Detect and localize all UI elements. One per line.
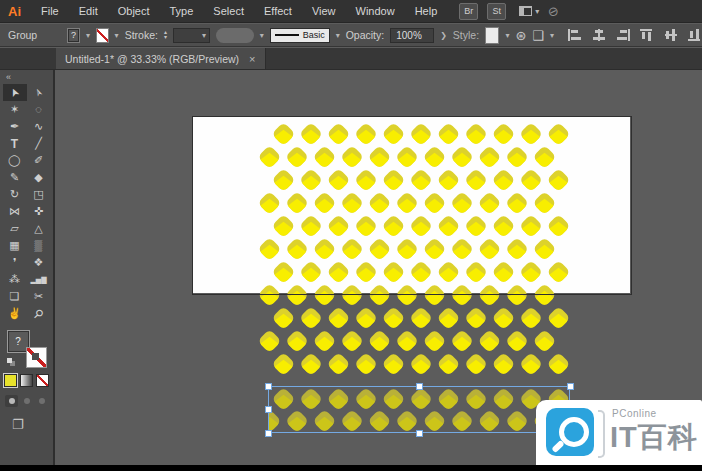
selection-bounding-box[interactable]	[268, 386, 570, 433]
slice-tool[interactable]: ✂	[27, 288, 51, 305]
draw-behind-button[interactable]	[20, 395, 33, 407]
menu-edit[interactable]: Edit	[69, 5, 108, 17]
hand-tool[interactable]: ✌	[3, 305, 27, 322]
selection-handle[interactable]	[416, 383, 423, 390]
width-profile-dropdown[interactable]	[216, 28, 254, 43]
scale-tool[interactable]: ◳	[27, 186, 51, 203]
menu-select[interactable]: Select	[203, 5, 254, 17]
horizontal-align-right-icon[interactable]	[616, 29, 630, 41]
watermark-card: PConline IT百科	[536, 400, 702, 465]
menu-bar: Ai FileEditObjectTypeSelectEffectViewWin…	[0, 0, 702, 23]
free-transform-tool-icon: ▱	[10, 223, 18, 234]
canvas[interactable]: PConline IT百科	[55, 70, 702, 471]
fill-color-swatch[interactable]: ?	[67, 28, 80, 43]
opacity-arrow-icon[interactable]: ❯	[440, 31, 447, 40]
lasso-tool[interactable]: ◌	[27, 101, 51, 118]
puppet-warp-tool[interactable]: ✜	[27, 203, 51, 220]
default-fill-stroke-icon[interactable]	[7, 358, 16, 366]
selection-handle[interactable]	[416, 430, 423, 437]
stroke-indicator[interactable]	[26, 347, 47, 368]
document-tab-bar: Untitled-1* @ 33.33% (RGB/Preview) ×	[0, 48, 702, 70]
menu-file[interactable]: File	[31, 5, 69, 17]
menu-help[interactable]: Help	[405, 5, 448, 17]
draw-normal-button[interactable]	[5, 395, 18, 407]
zoom-tool[interactable]: ⚲	[27, 305, 51, 322]
ellipse-tool-icon: ◯	[8, 155, 20, 166]
shape-builder-tool[interactable]: ▦	[3, 237, 27, 254]
eraser-tool[interactable]: ◆	[27, 169, 51, 186]
vertical-align-top-icon[interactable]	[640, 29, 654, 41]
close-icon[interactable]: ×	[249, 53, 255, 65]
globe-icon[interactable]: ⊛	[515, 28, 526, 43]
menu-effect[interactable]: Effect	[254, 5, 302, 17]
rotate-tool[interactable]: ↻	[3, 186, 27, 203]
touch-workspace-icon[interactable]: ⊘	[546, 2, 561, 20]
direct-selection-tool[interactable]: ➢	[27, 84, 51, 101]
line-segment-tool-icon: ╱	[35, 138, 42, 149]
chevron-down-icon[interactable]: ▾	[336, 31, 340, 40]
vertical-align-center-icon[interactable]	[664, 29, 678, 41]
workspace-switcher[interactable]: ▾	[519, 6, 539, 16]
selection-tool-icon: ➤	[8, 86, 22, 99]
horizontal-align-center-icon[interactable]	[592, 29, 606, 41]
perspective-grid-tool[interactable]: △	[27, 220, 51, 237]
control-bar: Group ? ▾ ▾ Stroke: ▴▾ ▾ ▾ Basic ▾ Opaci…	[0, 24, 702, 47]
curvature-tool[interactable]: ∿	[27, 118, 51, 135]
selection-handle[interactable]	[265, 406, 272, 413]
symbol-sprayer-tool[interactable]: ⁂	[3, 271, 27, 288]
blend-tool[interactable]: ❖	[27, 254, 51, 271]
stock-button[interactable]: St	[487, 3, 506, 20]
pencil-tool[interactable]: ✎	[3, 169, 27, 186]
artboard-tool[interactable]: ❏	[3, 288, 27, 305]
menu-window[interactable]: Window	[346, 5, 405, 17]
chevron-down-icon[interactable]: ▾	[260, 31, 264, 40]
bridge-button[interactable]: Br	[459, 3, 478, 20]
style-swatch[interactable]	[485, 27, 499, 44]
menu-type[interactable]: Type	[160, 5, 204, 17]
document-setup-icon[interactable]: ❑	[532, 28, 544, 43]
column-graph-tool[interactable]: ▂▅▇	[27, 271, 51, 288]
magic-wand-tool[interactable]: ✶	[3, 101, 27, 118]
free-transform-tool[interactable]: ▱	[3, 220, 27, 237]
selection-handle[interactable]	[265, 430, 272, 437]
type-tool-icon: T	[11, 138, 18, 150]
pen-tool[interactable]: ✒	[3, 118, 27, 135]
collapse-panel-icon[interactable]: «	[0, 70, 11, 84]
stroke-color-swatch[interactable]	[96, 28, 109, 43]
draw-inside-button[interactable]	[35, 395, 48, 407]
chevron-down-icon[interactable]: ▾	[550, 31, 554, 40]
stroke-weight-dropdown[interactable]: ▾	[173, 28, 210, 43]
watermark-logo	[546, 408, 594, 456]
selection-type-label: Group	[8, 29, 37, 41]
type-tool[interactable]: T	[3, 135, 27, 152]
screen-mode-button[interactable]: ❐	[0, 417, 24, 432]
paintbrush-tool[interactable]: ✐	[27, 152, 51, 169]
chevron-down-icon[interactable]: ▾	[86, 31, 90, 40]
document-tab[interactable]: Untitled-1* @ 33.33% (RGB/Preview) ×	[56, 48, 266, 69]
line-segment-tool[interactable]: ╱	[27, 135, 51, 152]
opacity-field[interactable]: 100%	[390, 28, 434, 43]
tools-panel: « ➤➢✶◌✒∿T╱◯✐✎◆↻◳⋈✜▱△▦▒❜❖⁂▂▅▇❏✂✌⚲ ? ❐	[0, 70, 55, 471]
menu-view[interactable]: View	[302, 5, 346, 17]
magic-wand-tool-icon: ✶	[10, 104, 19, 115]
width-tool[interactable]: ⋈	[3, 203, 27, 220]
selection-handle[interactable]	[265, 383, 272, 390]
gradient-tool[interactable]: ▒	[27, 237, 51, 254]
horizontal-align-left-icon[interactable]	[568, 29, 582, 41]
chevron-down-icon[interactable]: ▾	[505, 31, 509, 40]
tools-grid: ➤➢✶◌✒∿T╱◯✐✎◆↻◳⋈✜▱△▦▒❜❖⁂▂▅▇❏✂✌⚲	[3, 84, 51, 322]
vertical-align-bottom-icon[interactable]	[688, 29, 702, 41]
selection-handle[interactable]	[567, 383, 574, 390]
menu-object[interactable]: Object	[108, 5, 160, 17]
hand-tool-icon: ✌	[8, 308, 22, 319]
gradient-button[interactable]	[20, 374, 33, 387]
stroke-weight-stepper[interactable]: ▴▾	[164, 30, 167, 40]
ellipse-tool[interactable]: ◯	[3, 152, 27, 169]
chevron-down-icon[interactable]: ▾	[115, 31, 119, 40]
selection-tool[interactable]: ➤	[3, 84, 27, 101]
brush-definition-dropdown[interactable]: Basic	[270, 28, 330, 43]
none-button[interactable]	[36, 374, 49, 387]
width-tool-icon: ⋈	[9, 206, 20, 217]
color-button[interactable]	[4, 374, 17, 387]
eyedropper-tool[interactable]: ❜	[3, 254, 27, 271]
